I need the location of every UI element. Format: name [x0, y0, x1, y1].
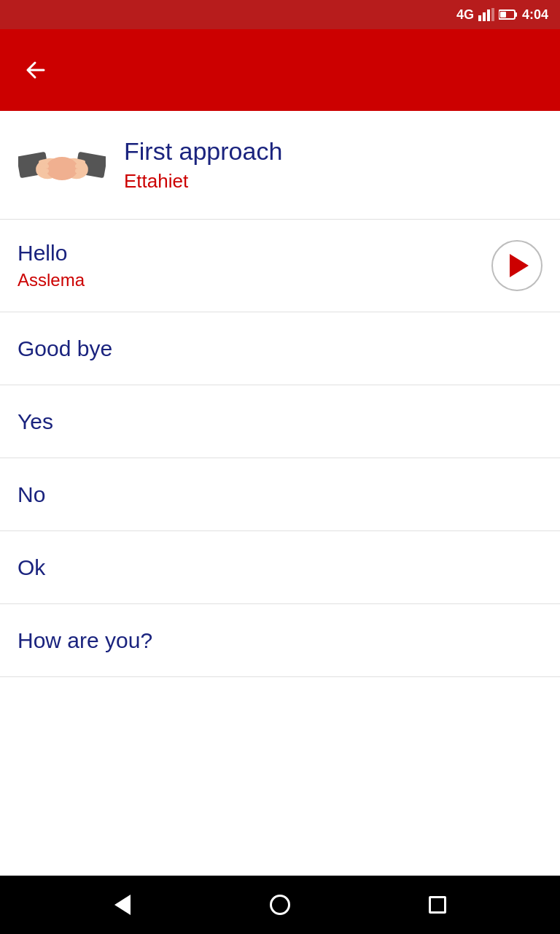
item-text: Ok — [18, 555, 45, 580]
header-section: First approach Ettahiet — [0, 111, 560, 220]
time-label: 4:04 — [522, 7, 548, 23]
item-title: No — [18, 482, 45, 507]
item-text: How are you? — [18, 628, 152, 653]
signal-label: 4G — [456, 7, 474, 23]
item-title: Yes — [18, 409, 53, 434]
header-text: First approach Ettahiet — [124, 137, 282, 193]
item-title: Good bye — [18, 336, 112, 361]
svg-rect-0 — [478, 15, 481, 21]
svg-rect-3 — [491, 8, 494, 21]
svg-rect-2 — [487, 9, 490, 21]
svg-point-11 — [46, 157, 78, 180]
nav-recents-button[interactable] — [420, 887, 455, 922]
status-icons: 4G 4:04 — [456, 7, 548, 23]
svg-rect-6 — [515, 12, 517, 17]
recents-nav-icon — [429, 896, 446, 914]
back-nav-icon — [114, 895, 131, 915]
battery-icon — [499, 9, 518, 20]
handshake-illustration — [18, 132, 106, 198]
back-button[interactable] — [18, 53, 52, 88]
item-text: Hello Asslema — [18, 241, 85, 290]
item-title: Hello — [18, 241, 85, 266]
svg-rect-1 — [483, 12, 486, 21]
item-text: No — [18, 482, 45, 507]
list-item[interactable]: Hello Asslema — [0, 220, 560, 312]
item-title: How are you? — [18, 628, 152, 653]
list-item[interactable]: How are you? — [0, 604, 560, 677]
svg-rect-5 — [500, 12, 506, 18]
phrase-list: Hello Asslema Good bye Yes No Ok How are… — [0, 220, 560, 876]
navigation-bar — [0, 876, 560, 934]
home-nav-icon — [270, 895, 290, 915]
signal-icon — [478, 8, 494, 21]
category-title: First approach — [124, 137, 282, 166]
app-bar — [0, 29, 560, 111]
nav-home-button[interactable] — [262, 887, 298, 922]
list-item[interactable]: Yes — [0, 385, 560, 458]
nav-back-button[interactable] — [105, 887, 140, 922]
item-text: Good bye — [18, 336, 112, 361]
header-image — [15, 128, 109, 201]
category-subtitle: Ettahiet — [124, 170, 282, 193]
list-item[interactable]: No — [0, 458, 560, 531]
play-icon — [510, 254, 529, 277]
item-subtitle: Asslema — [18, 270, 85, 290]
item-text: Yes — [18, 409, 53, 434]
list-item[interactable]: Good bye — [0, 312, 560, 385]
item-title: Ok — [18, 555, 45, 580]
status-bar: 4G 4:04 — [0, 0, 560, 29]
list-item[interactable]: Ok — [0, 531, 560, 604]
play-button[interactable] — [491, 240, 542, 291]
